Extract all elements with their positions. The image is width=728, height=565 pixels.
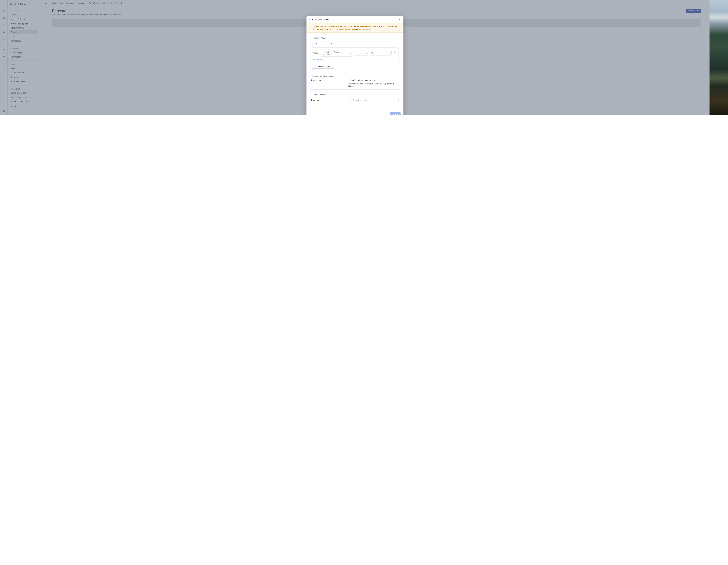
section-label-ingestion: INGESTION [9,8,38,13]
chevron-down-icon: ▾ [350,52,351,54]
sidebar-item-read-data[interactable]: Read Data [9,75,38,79]
breadcrumb-region[interactable]: Mumbai (ap-south-1) - Event Testing DEFA… [66,2,112,4]
bucket-name-label: Bucket Name [311,79,348,81]
flow-icon[interactable] [2,37,6,41]
svg-rect-4 [3,31,5,33]
operator-select[interactable]: == ▾ [354,51,368,55]
icon-rail: 9 [0,0,8,115]
svg-point-8 [3,110,4,111]
svg-point-9 [312,76,313,76]
modal-title: New Forward Rule [309,18,329,21]
warning-alert: ▲ Careful: Telemetry data that matches t… [306,23,403,33]
svg-text:9: 9 [3,3,4,5]
chevron-down-icon: ▾ [366,52,367,54]
sidebar-item-remapping[interactable]: Remapping [9,39,38,43]
page-title: Forward [52,9,122,13]
section-label-query: QUERY [9,62,38,66]
rule-name-input[interactable] [351,98,399,103]
breadcrumb: Home / Control Plane / Mumbai (ap-south-… [40,0,710,6]
telemetry-type-select[interactable]: Logs ▾ [311,41,333,46]
sidebar-item-usage[interactable]: Usage [9,104,38,108]
external-link-icon: ↗ [355,85,357,87]
value-select[interactable]: Values ▾ [370,51,392,55]
list-icon [311,94,313,96]
svg-point-2 [3,17,5,19]
view-in-dashboard-button[interactable]: VIEW IN DASHBOARD [311,65,335,69]
breadcrumb-home[interactable]: Home [44,2,49,4]
antenna-icon[interactable] [2,48,6,52]
sidebar-item-drop[interactable]: Drop [9,34,38,39]
plus-icon: + [313,58,315,61]
chevron-down-icon: ▾ [331,43,332,44]
bucket-name-value: last9-prod-cold-storage-test [351,79,375,81]
sidebar-title: Control Plane [9,2,38,8]
plug-icon[interactable] [2,55,6,59]
breadcrumb-current: Forward [115,2,122,4]
external-link-icon [313,66,315,68]
home-icon[interactable] [2,9,6,13]
sidebar-item-streaming-aggregation[interactable]: Streaming Aggregation [9,21,38,26]
new-forward-rule-modal: New Forward Rule ✕ ▲ Careful: Telemetry … [306,16,403,115]
sidebar-item-cold-storage[interactable]: Cold Storage [9,50,38,55]
desktop-wallpaper [710,0,728,115]
add-filter-button[interactable]: + Add Filter [313,58,396,61]
sidebar-item-scheduled-search[interactable]: Scheduled Search [9,79,38,84]
breadcrumb-control-plane[interactable]: Control Plane [52,2,63,4]
person-up-icon [311,75,313,77]
svg-point-5 [4,50,4,50]
page-subtitle: Configure rules to forward matching tele… [52,14,122,16]
avatar-icon[interactable] [2,109,6,113]
rule-details-card: Rule Details Rule Name [309,92,401,105]
filter-box: Where Attributes or Resource Attributes … [311,47,399,63]
cold-storage-destination-card: Cold Storage Destination Bucket Name las… [309,73,401,90]
sidebar-item-health-dashboard[interactable]: Health Dashboard ↗ [9,99,38,104]
refresh-icon[interactable] [2,23,6,27]
filter-icon [311,37,313,39]
dest-heading: Cold Storage Destination [314,75,336,77]
details-heading: Rule Details [314,94,325,96]
define-filters-card: Define Filters Logs ▾ Where Attributes o… [309,35,401,71]
gear-icon[interactable] [2,62,6,66]
sidebar-item-sensitive-data[interactable]: Sensitive Data [9,26,38,30]
sidebar-item-tokens[interactable]: Tokens [9,13,38,17]
sidebar-item-rehydration[interactable]: Rehydration [9,55,38,59]
sidebar: Control Plane INGESTION Tokens Access Po… [8,0,40,115]
close-icon[interactable]: ✕ [398,18,401,21]
svg-point-6 [3,63,4,64]
sidebar-item-macros[interactable]: Macros [9,66,38,70]
sidebar-item-cardinality-explorer[interactable]: Cardinality Explorer [9,91,38,95]
india-flag-icon [66,2,69,4]
sidebar-item-access-policies[interactable]: Access Policies [9,17,38,21]
new-rule-button[interactable]: + NEW RULE [686,9,701,13]
selector-updown-icon[interactable]: ⇅ [111,2,112,4]
section-label-storage: STORAGE [9,46,38,50]
default-badge: DEFAULT [102,2,109,4]
section-label-analytics: ANALYTICS [9,87,38,91]
chevron-down-icon: ▾ [389,52,390,54]
where-label: Where [313,52,319,54]
gear-outline-icon[interactable] [2,16,6,20]
logo-icon[interactable]: 9 [2,2,6,6]
card-icon[interactable] [2,30,6,34]
filters-heading: Define Filters [314,37,326,39]
rule-name-label: Rule Name [311,99,348,101]
sidebar-item-forward[interactable]: Forward [9,30,38,34]
plus-icon: + [688,10,689,12]
svg-point-3 [4,18,4,18]
trash-icon[interactable] [393,51,396,55]
attribute-select[interactable]: Attributes or Resource Attributes ▾ [321,50,352,57]
sidebar-item-slow-query-logs[interactable]: Slow Query Logs [9,95,38,99]
warning-icon: ▲ [309,25,311,28]
save-button[interactable]: SAVE [390,112,400,115]
sidebar-item-scrape-interval[interactable]: Scrape Interval [9,70,38,75]
